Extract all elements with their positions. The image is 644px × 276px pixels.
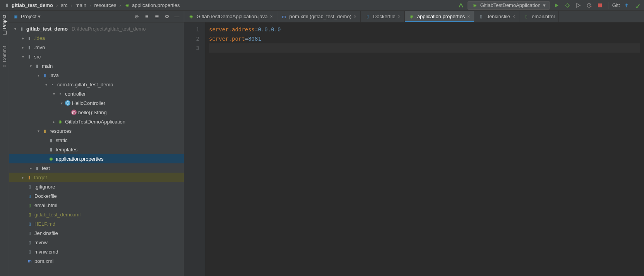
tree-label: .gitignore [34, 184, 55, 190]
breadcrumb-main[interactable]: main [74, 2, 88, 9]
chevron-down-icon[interactable]: ▾ [52, 92, 56, 96]
build-button[interactable] [457, 1, 465, 10]
tree-item-static[interactable]: ▮ static [9, 135, 184, 145]
close-icon[interactable]: × [512, 14, 515, 19]
profile-button[interactable]: ▾ [585, 1, 593, 10]
breadcrumb-src[interactable]: src [59, 2, 69, 9]
tree-item-mvn[interactable]: ▸ ▮ .mvn [9, 43, 184, 52]
settings-button[interactable]: ✿ [163, 13, 171, 21]
folder-icon: ▮ [34, 63, 40, 69]
tree-item-app-class[interactable]: ▸ ◉ GitlabTestDemoApplication [9, 117, 184, 126]
hide-button[interactable]: — [173, 13, 181, 21]
git-update-button[interactable] [622, 1, 631, 10]
tree-item-main[interactable]: ▾ ▮ main [9, 61, 184, 70]
close-icon[interactable]: × [354, 14, 356, 19]
folder-icon: ▮ [26, 35, 33, 41]
breadcrumb-project[interactable]: ▮ gitlab_test_demo [2, 2, 55, 9]
tree-item-jenkinsfile[interactable]: ▯ Jenkinsfile [9, 228, 184, 238]
close-icon[interactable]: × [270, 14, 273, 19]
tree-item-application-properties[interactable]: ◉ application.properties [9, 154, 184, 163]
project-tree[interactable]: ▾ ▮ gitlab_test_demo D:\IdeaProjects\git… [9, 22, 184, 276]
chevron-down-icon: ▾ [38, 14, 41, 19]
tab-email-html[interactable]: ▯ email.html [519, 11, 559, 22]
select-opened-file-button[interactable]: ⊕ [133, 13, 140, 21]
chevron-down-icon[interactable]: ▾ [29, 64, 33, 68]
collapse-all-button[interactable]: ≣ [153, 13, 161, 21]
chevron-down-icon[interactable]: ▾ [21, 55, 25, 58]
tree-item-mvnw[interactable]: ▯ mvnw [9, 238, 184, 247]
breadcrumb-resources[interactable]: resources [92, 2, 118, 9]
folder-icon: ▮ [4, 2, 10, 9]
tab-gitlab-app-java[interactable]: ◉ GitlabTestDemoApplication.java × [184, 11, 277, 22]
chevron-right-icon[interactable]: ▸ [52, 120, 56, 123]
tree-item-java[interactable]: ▾ ▮ java [9, 70, 184, 80]
breadcrumb-label: main [75, 2, 86, 8]
tool-tab-commit[interactable]: ○ Commit [2, 46, 7, 69]
coverage-button[interactable] [574, 1, 582, 10]
close-icon[interactable]: × [467, 14, 470, 19]
code-content[interactable]: server.address=0.0.0.0 server.port=8081 [205, 22, 644, 276]
excluded-folder-icon: ▮ [26, 174, 33, 180]
tree-item-help[interactable]: ▯ HELP.md [9, 219, 184, 228]
tree-item-target[interactable]: ▸ ▮ target [9, 173, 184, 182]
code-line[interactable] [209, 43, 640, 53]
tree-label: mvnw [34, 240, 48, 245]
chevron-down-icon[interactable]: ▾ [13, 27, 17, 31]
code-line[interactable]: server.port=8081 [209, 34, 640, 43]
tree-item-pom[interactable]: m pom.xml [9, 256, 184, 266]
tab-jenkinsfile[interactable]: ▯ Jenkinsfile × [474, 11, 519, 22]
tree-item-package[interactable]: ▾ ▪ com.lrc.gitlab_test_demo [9, 80, 184, 89]
project-view-selector[interactable]: Project ▾ [21, 14, 41, 19]
editor[interactable]: 1 2 3 server.address=0.0.0.0 server.port… [184, 22, 644, 276]
stop-button[interactable] [596, 1, 604, 10]
tree-item-gitignore[interactable]: ▯ .gitignore [9, 182, 184, 191]
chevron-right-icon[interactable]: ▸ [21, 36, 25, 40]
tab-pom-xml[interactable]: m pom.xml (gitlab_test_demo) × [277, 11, 361, 22]
tree-label: HELP.md [34, 221, 55, 227]
chevron-right-icon[interactable]: ▸ [29, 166, 33, 170]
code-line[interactable]: server.address=0.0.0.0 [209, 25, 640, 34]
git-commit-button[interactable] [633, 1, 642, 10]
tree-item-hello-controller[interactable]: ▾ C HelloController [9, 98, 184, 108]
editor-area: ◉ GitlabTestDemoApplication.java × m pom… [184, 11, 644, 276]
chevron-right-icon[interactable]: ▸ [21, 45, 25, 49]
tree-item-resources[interactable]: ▾ ▮ resources [9, 126, 184, 135]
run-button[interactable] [552, 1, 561, 10]
tree-label: com.lrc.gitlab_test_demo [57, 82, 113, 87]
tree-item-templates[interactable]: ▮ templates [9, 145, 184, 154]
tool-tab-project[interactable]: Project [2, 15, 7, 34]
tree-label: Dockerfile [34, 193, 57, 199]
tree-root[interactable]: ▾ ▮ gitlab_test_demo D:\IdeaProjects\git… [9, 24, 184, 33]
chevron-down-icon[interactable]: ▾ [60, 101, 63, 105]
chevron-down-icon[interactable]: ▾ [44, 82, 48, 86]
docker-icon: ▯ [365, 14, 371, 20]
tree-item-controller[interactable]: ▾ ▪ controller [9, 89, 184, 98]
tree-item-idea[interactable]: ▸ ▮ .idea [9, 33, 184, 43]
chevron-down-icon[interactable]: ▾ [36, 129, 40, 133]
breadcrumb-file[interactable]: ◉ application.properties [123, 2, 182, 9]
tree-item-email-html[interactable]: ▯ email.html [9, 201, 184, 210]
expand-all-button[interactable]: ≡ [143, 13, 151, 21]
run-config-selector[interactable]: ◉ GitlabTestDemoApplication ▾ [468, 1, 550, 10]
tab-label: email.html [532, 14, 555, 19]
tab-label: Jenkinsfile [486, 14, 510, 19]
folder-icon: ▮ [19, 26, 25, 32]
debug-button[interactable] [563, 1, 572, 10]
tree-item-dockerfile[interactable]: ▯ Dockerfile [9, 191, 184, 201]
close-icon[interactable]: × [398, 14, 401, 19]
method-icon: m [71, 110, 77, 115]
markdown-icon: ▯ [27, 221, 33, 227]
tree-item-test[interactable]: ▸ ▮ test [9, 163, 184, 173]
spring-icon: ◉ [188, 14, 194, 20]
breadcrumbs[interactable]: ▮ gitlab_test_demo › src › main › resour… [2, 2, 457, 9]
tree-item-mvnw-cmd[interactable]: ▯ mvnw.cmd [9, 247, 184, 256]
chevron-down-icon[interactable]: ▾ [36, 73, 40, 77]
tree-item-hello-method[interactable]: m hello():String [9, 108, 184, 117]
tab-dockerfile[interactable]: ▯ Dockerfile × [361, 11, 405, 22]
tab-application-properties[interactable]: ◉ application.properties × [405, 11, 474, 22]
spring-icon: ◉ [57, 118, 63, 125]
chevron-right-icon[interactable]: ▸ [21, 175, 25, 179]
tree-item-src[interactable]: ▾ ▮ src [9, 52, 184, 61]
tree-label: controller [65, 91, 86, 97]
tree-item-iml[interactable]: ▯ gitlab_test_demo.iml [9, 210, 184, 219]
